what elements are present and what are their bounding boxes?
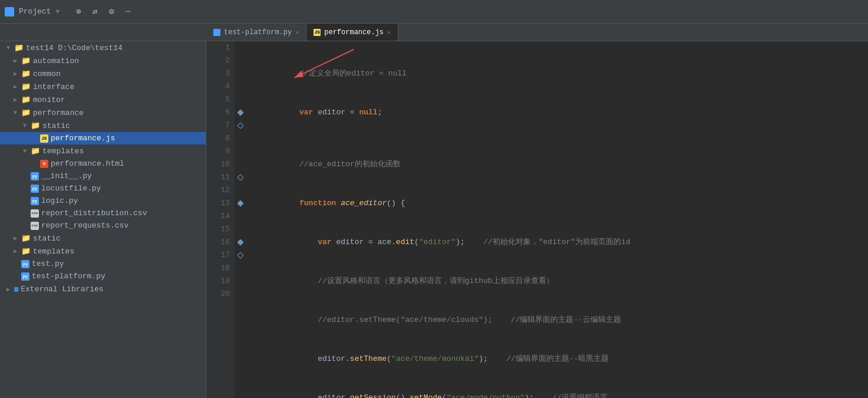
arrows-icon[interactable]: ⇄ xyxy=(90,7,100,17)
tab-label-test-platform: test-platform.py xyxy=(224,28,292,37)
chevron-performance: ▼ xyxy=(12,110,19,116)
tab-test-platform[interactable]: test-platform.py ✕ xyxy=(206,24,306,41)
code-line-3: var editor = null; xyxy=(253,93,861,132)
bar-chart-icon: ▦ xyxy=(14,285,18,294)
sidebar-item-monitor[interactable]: ▶ 📁 monitor xyxy=(0,93,206,106)
root-folder-icon: 📁 xyxy=(14,43,24,52)
performance-folder-icon: 📁 xyxy=(21,108,31,117)
chevron-spacer-init xyxy=(21,173,28,179)
dropdown-arrow[interactable]: ▼ xyxy=(56,8,60,15)
locustfile-py-label: locustfile.py xyxy=(41,184,101,193)
code-line-9: //editor.setTheme("ace/theme/clouds"); /… xyxy=(253,301,861,340)
monitor-folder-icon: 📁 xyxy=(21,95,31,104)
sidebar-item-report-dist-csv[interactable]: csv report_distribution.csv xyxy=(0,207,206,219)
sidebar-item-performance-html[interactable]: H performance.html xyxy=(0,157,206,170)
static-top-label: static xyxy=(33,234,61,243)
py-init-icon: py xyxy=(31,172,39,180)
root-label: test14 D:\Code\test14 xyxy=(26,44,123,52)
report-dist-csv-label: report_distribution.csv xyxy=(41,209,147,218)
py-test-icon: py xyxy=(21,260,29,268)
tab-close-performance-js[interactable]: ✕ xyxy=(387,29,391,36)
static-perf-label: static xyxy=(42,121,70,130)
test-platform-py-label: test-platform.py xyxy=(32,272,105,281)
py-logic-icon: py xyxy=(31,197,39,205)
py-locust-icon: py xyxy=(31,185,39,193)
line-numbers: 1 2 3 4 5 6 7 8 9 10 11 12 13 14 15 16 1… xyxy=(206,41,235,398)
project-label[interactable]: Project xyxy=(19,7,51,16)
code-line-5: //ace_editor的初始化函数 xyxy=(253,145,861,184)
sidebar-item-templates-perf[interactable]: ▼ 📁 templates xyxy=(0,144,206,157)
chevron-common: ▶ xyxy=(12,70,19,77)
chevron-templates-perf: ▼ xyxy=(21,148,28,154)
automation-folder-icon: 📁 xyxy=(21,56,31,65)
js-file-icon: JS xyxy=(313,29,321,36)
csv-req-icon: csv xyxy=(31,222,39,230)
external-libraries[interactable]: ▶ ▦ External Libraries xyxy=(0,282,206,296)
logic-py-label: logic.py xyxy=(41,196,78,205)
tab-close-test-platform[interactable]: ✕ xyxy=(295,29,299,36)
sidebar-item-templates-top[interactable]: ▶ 📁 templates xyxy=(0,245,206,258)
sidebar: ▼ 📁 test14 D:\Code\test14 ▶ 📁 automation… xyxy=(0,41,206,398)
interface-label: interface xyxy=(33,83,74,91)
code-lines: //定义全局的editor = null var editor = null; … xyxy=(246,41,868,398)
sidebar-item-locustfile-py[interactable]: py locustfile.py xyxy=(0,182,206,195)
sidebar-item-performance[interactable]: ▼ 📁 performance xyxy=(0,106,206,119)
code-line-8: //设置风格和语言（更多风格和语言，请到github上相应目录查看） xyxy=(253,262,861,301)
sidebar-item-performance-js[interactable]: JS performance.js xyxy=(0,132,206,144)
globe-icon[interactable]: ⊕ xyxy=(74,7,83,17)
csv-dist-icon: csv xyxy=(31,209,39,218)
code-line-7: var editor = ace.edit("editor"); //初始化对象… xyxy=(253,223,861,262)
sidebar-item-automation[interactable]: ▶ 📁 automation xyxy=(0,54,206,67)
chevron-automation: ▶ xyxy=(12,57,19,64)
templates-perf-folder-icon: 📁 xyxy=(31,146,40,156)
title-bar: Project ▼ ⊕ ⇄ ⚙ ─ xyxy=(0,0,868,24)
gutter-icon-line7 xyxy=(236,119,245,132)
sidebar-item-report-req-csv[interactable]: csv report_requests.csv xyxy=(0,219,206,232)
init-py-label: __init__.py xyxy=(41,172,92,180)
chevron-monitor: ▶ xyxy=(12,96,19,103)
templates-perf-label: templates xyxy=(42,147,84,156)
sidebar-item-static-perf[interactable]: ▼ 📁 static xyxy=(0,119,206,132)
project-icon xyxy=(5,7,14,17)
tab-performance-js[interactable]: JS performance.js ✕ xyxy=(306,24,398,41)
main-area: ▼ 📁 test14 D:\Code\test14 ▶ 📁 automation… xyxy=(0,41,868,398)
report-req-csv-label: report_requests.csv xyxy=(41,221,128,230)
tab-label-performance-js: performance.js xyxy=(324,28,384,37)
sidebar-item-logic-py[interactable]: py logic.py xyxy=(0,195,206,207)
title-bar-left: Project ▼ ⊕ ⇄ ⚙ ─ xyxy=(5,7,133,17)
html-sidebar-icon: H xyxy=(40,160,48,168)
chevron-static-top: ▶ xyxy=(12,235,19,242)
sidebar-item-root[interactable]: ▼ 📁 test14 D:\Code\test14 xyxy=(0,41,206,54)
title-bar-icons: ⊕ ⇄ ⚙ ─ xyxy=(74,7,133,17)
sidebar-item-test-platform-py[interactable]: py test-platform.py xyxy=(0,270,206,282)
static-top-folder-icon: 📁 xyxy=(21,233,31,243)
sidebar-item-test-py[interactable]: py test.py xyxy=(0,258,206,270)
py-file-icon xyxy=(213,29,220,36)
interface-folder-icon: 📁 xyxy=(21,82,31,91)
code-line-6: function ace_editor() { xyxy=(253,184,861,223)
minus-icon[interactable]: ─ xyxy=(123,7,133,17)
sidebar-item-common[interactable]: ▶ 📁 common xyxy=(0,67,206,80)
js-sidebar-icon: JS xyxy=(40,134,48,143)
sidebar-item-static-top[interactable]: ▶ 📁 static xyxy=(0,232,206,245)
chevron-spacer-test xyxy=(12,261,19,267)
automation-label: automation xyxy=(33,57,79,65)
chevron-templates-top: ▶ xyxy=(12,248,19,255)
chevron-spacer-testplat xyxy=(12,273,19,279)
chevron-root: ▼ xyxy=(5,45,12,51)
sidebar-item-init-py[interactable]: py __init__.py xyxy=(0,170,206,182)
gear-icon[interactable]: ⚙ xyxy=(107,7,116,17)
chevron-ext: ▶ xyxy=(5,286,12,293)
code-line-11: editor.getSession().setMode("ace/mode/py… xyxy=(253,379,861,398)
sidebar-item-interface[interactable]: ▶ 📁 interface xyxy=(0,80,206,93)
code-editor[interactable]: 1 2 3 4 5 6 7 8 9 10 11 12 13 14 15 16 1… xyxy=(206,41,868,398)
monitor-label: monitor xyxy=(33,96,65,104)
gutter-icon-line17 xyxy=(236,249,245,262)
code-line-4 xyxy=(253,132,861,145)
tabs-bar: test-platform.py ✕ JS performance.js ✕ xyxy=(0,24,868,41)
gutter xyxy=(235,41,246,398)
chevron-static-perf: ▼ xyxy=(21,123,28,129)
chevron-spacer-html xyxy=(31,160,38,167)
py-testplat-icon: py xyxy=(21,272,29,281)
chevron-spacer-csv1 xyxy=(21,210,28,216)
